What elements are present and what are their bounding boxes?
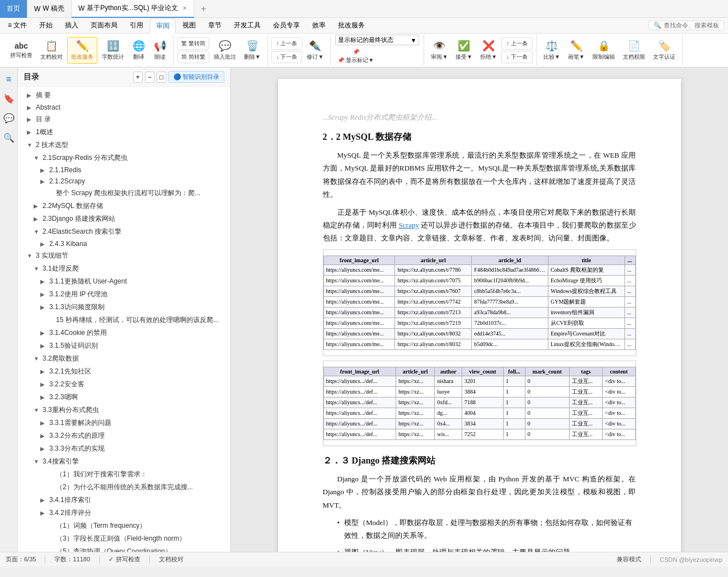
ink-btn[interactable]: ✏️ 画笔▼ xyxy=(565,37,588,63)
table-cell: 72b0d1037c... xyxy=(472,318,548,328)
toc-item-ch3-2-1[interactable]: ▶3.2.1先知社区 xyxy=(18,365,230,378)
toc-item-ch2-1-note[interactable]: 整个 Scrapy 爬虫框架执行流程可以理解为：爬... xyxy=(18,187,230,200)
sidebar-expand-btn[interactable]: + xyxy=(133,72,143,83)
ribbon-group-nav: ↑ 上一条 ↓ 下一条 ✒️ 修订▼ xyxy=(268,35,331,65)
tab-close-doc[interactable]: ✕ xyxy=(182,5,187,11)
tab-home[interactable]: 首页 xyxy=(0,0,27,18)
ribbon-tab-member[interactable]: 会员专享 xyxy=(267,18,306,32)
ribbon-tab-chapter[interactable]: 章节 xyxy=(203,18,227,32)
toc-item-abstract-cn[interactable]: ▶摘 要 xyxy=(18,89,230,102)
toc-item-ch3-2-3[interactable]: ▶3.2.3嗯啊 xyxy=(18,391,230,404)
modify-btn[interactable]: ✒️ 修订▼ xyxy=(303,37,327,63)
doccheck-btn[interactable]: 📋 文档校对 xyxy=(37,37,66,63)
toc-item-ch3-3[interactable]: ▼3.3重构分布式爬虫 xyxy=(18,404,230,417)
ribbon-tab-layout[interactable]: 页面布局 xyxy=(85,18,123,32)
wordcount-btn[interactable]: 🔢 字数统计 xyxy=(98,37,128,63)
toc-item-ch3-4[interactable]: ▼3.4搜索引擎 xyxy=(18,455,230,468)
sidebar-collapse-btn[interactable]: − xyxy=(145,72,154,83)
spellcheck-status[interactable]: ✓ 拼写检查 xyxy=(109,555,140,564)
toc-item-ch3-1-4[interactable]: ▶3.1.4Cookie 的禁用 xyxy=(18,327,230,339)
table-cell: https://xz.aliyun.com/t/7786 xyxy=(395,264,472,275)
table-cell: front_image_url xyxy=(323,367,396,376)
toc-item-ch3-1-1[interactable]: ▶3.1.1更换随机 User-Agent xyxy=(18,275,230,288)
next-btn[interactable]: ↓ 下一条 xyxy=(271,51,303,63)
toc-item-toc[interactable]: ▶目 录 xyxy=(18,113,230,126)
doccheck-status[interactable]: 文档校对 xyxy=(159,555,184,564)
review-drop-btn[interactable]: 👁️ 审阅▼ xyxy=(428,37,451,63)
trad-simple-btn[interactable]: 繁 繁转简 xyxy=(177,37,209,50)
toc-item-ch2-1-2[interactable]: ▶2.1.2Scrapy xyxy=(18,176,230,187)
toc-item-ch3-1-2[interactable]: ▶3.1.2使用 IP 代理池 xyxy=(18,288,230,301)
ribbon-tab-ref[interactable]: 引用 xyxy=(124,18,149,32)
search-command-box[interactable]: 🔍 查找命令、搜索模板 xyxy=(649,21,724,30)
scrapy-link[interactable]: Scrapy xyxy=(399,221,419,229)
toc-item-ch3-4-2-5[interactable]: （5）查询协调（Query Coordination） xyxy=(18,545,230,552)
toc-item-ch3-1-3[interactable]: ▶3.1.3访问频度限制 xyxy=(18,301,230,314)
sidebar-smart-btn[interactable]: 🔵 智能识别目录 xyxy=(168,71,224,83)
bookmark-panel-icon[interactable]: 🔖 xyxy=(1,91,17,106)
toc-item-ch2-3[interactable]: ▶2.3Django 搭建搜索网站 xyxy=(18,212,230,225)
toc-item-ch3-4-2-1[interactable]: （1）词频（Term frequency） xyxy=(18,519,230,532)
spell-btn[interactable]: abc 拼写检查 xyxy=(7,39,36,62)
ribbon-tab-review2[interactable]: 批改服务 xyxy=(332,18,370,32)
toc-item-abstract-en[interactable]: ▶Abstract xyxy=(18,102,230,113)
show-mark-btn[interactable]: 📌 📌 显示标记▼ xyxy=(335,48,376,65)
table-cell: 工业互... xyxy=(569,408,603,418)
comment-panel-icon[interactable]: 💬 xyxy=(1,111,17,126)
toc-item-ch2-1-1[interactable]: ▶2.1.1Redis xyxy=(18,164,230,176)
tab-doc[interactable]: W 基于Python实...SQL) 毕业论文 ✕ xyxy=(72,0,194,18)
toc-item-ch2-2[interactable]: ▶2.2MySQL 数据存储 xyxy=(18,200,230,212)
translate-btn[interactable]: 🌐 翻译 xyxy=(129,37,149,63)
toc-item-ch2-1[interactable]: ▼2.1Scrapy-Redis 分布式爬虫 xyxy=(18,152,230,164)
docverify-btn[interactable]: 🏷️ 文字认证 xyxy=(650,37,679,63)
sidebar-view-btn[interactable]: □ xyxy=(157,72,166,83)
toc-item-ch3-4-2[interactable]: ▶3.4.2排序评分 xyxy=(18,507,230,519)
toc-item-ch3-3-3[interactable]: ▶3.3.3分布式的实现 xyxy=(18,442,230,455)
docright-btn[interactable]: 📄 文档权限 xyxy=(619,37,649,63)
ribbon-tab-efficiency[interactable]: 效率 xyxy=(307,18,331,32)
simple-trad-btn[interactable]: 简 简转繁 xyxy=(177,51,209,63)
next2-btn[interactable]: ↓ 下一条 xyxy=(501,51,533,63)
toc-item-ch3-1[interactable]: ▼3.1处理反爬 xyxy=(18,262,230,275)
restrict-btn[interactable]: 🔒 限制编辑 xyxy=(589,37,618,63)
improve-btn[interactable]: ✏️ 批改服务 xyxy=(67,37,97,64)
toc-item-ch3-4-q2[interactable]: （2）为什么不能用传统的关系数据库完成搜... xyxy=(18,481,230,494)
toc-item-ch3-1-5[interactable]: ▶3.1.5验证码识别 xyxy=(18,339,230,352)
tab-add-button[interactable]: + xyxy=(194,4,213,14)
ribbon-tab-start[interactable]: 开始 xyxy=(34,18,58,32)
toc-item-ch1[interactable]: ▶1概述 xyxy=(18,126,230,139)
prev-btn[interactable]: ↑ 上一条 xyxy=(271,37,303,50)
toc-item-ch2[interactable]: ▼2 技术选型 xyxy=(18,139,230,152)
accept-btn[interactable]: ✅ 接受▼ xyxy=(452,37,476,63)
ribbon-tab-devtools[interactable]: 开发工具 xyxy=(228,18,266,32)
delete-btn[interactable]: 🗑️ 删除▼ xyxy=(241,37,264,63)
table-cell: 7252 xyxy=(462,429,504,439)
toc-item-ch3-4-q1[interactable]: （1）我们对于搜索引擎需求： xyxy=(18,468,230,481)
toc-item-ch3-1-note[interactable]: 15 秒再继续，经测试，可以有效的处理嗯啊的该反爬... xyxy=(18,314,230,327)
compare-btn[interactable]: ⚖️ 比较▼ xyxy=(540,37,563,63)
toc-item-ch3-2[interactable]: ▼3.2爬取数据 xyxy=(18,352,230,365)
insert-note-btn[interactable]: 💬 插入批注 xyxy=(210,37,239,63)
toc-item-ch3-4-1[interactable]: ▶3.4.1排序索引 xyxy=(18,494,230,507)
toc-item-ch2-4-3[interactable]: ▶2.4.3 Kibana xyxy=(18,238,230,249)
display-state-select[interactable]: 显示标记的最终状态 ▼ xyxy=(335,35,419,45)
toc-item-ch3-4-2-3[interactable]: （3）字段长度正则值（Field-length norm） xyxy=(18,532,230,545)
toc-label-ch3-1-note: 15 秒再继续，经测试，可以有效的处理嗯啊的该反爬... xyxy=(56,315,219,325)
reject-btn[interactable]: ❌ 拒绝▼ xyxy=(477,37,500,63)
toc-item-ch3-2-2[interactable]: ▶3.2.2安全客 xyxy=(18,378,230,391)
toc-label-ch3-3-2: 3.3.2分布式的原理 xyxy=(49,431,105,441)
toc-item-ch3-3-1[interactable]: ▶3.3.1需要解决的问题 xyxy=(18,417,230,429)
toc-item-ch3[interactable]: ▼3 实现细节 xyxy=(18,249,230,262)
read-btn[interactable]: 📢 朗读 xyxy=(150,37,170,63)
doc-content-area[interactable]: ...Scrapy Redis分布式爬虫框架介绍...2．2 MySQL 数据存… xyxy=(231,68,728,552)
search-panel-icon[interactable]: 🔍 xyxy=(1,130,17,145)
ribbon-tab-file[interactable]: ≡ 文件 xyxy=(2,18,32,32)
tab-wps[interactable]: W W 稿壳 xyxy=(27,0,72,18)
toc-item-ch2-4[interactable]: ▼2.4ElasticSearch 搜索引擎 xyxy=(18,225,230,238)
toc-item-ch3-3-2[interactable]: ▶3.3.2分布式的原理 xyxy=(18,429,230,442)
ribbon-tab-insert[interactable]: 插入 xyxy=(59,18,84,32)
ribbon-tab-view[interactable]: 视图 xyxy=(177,18,201,32)
prev2-btn[interactable]: ↑ 上一条 xyxy=(501,37,533,50)
ribbon-tab-review[interactable]: 审阅 xyxy=(150,18,176,34)
toc-panel-icon[interactable]: ≡ xyxy=(4,72,13,87)
